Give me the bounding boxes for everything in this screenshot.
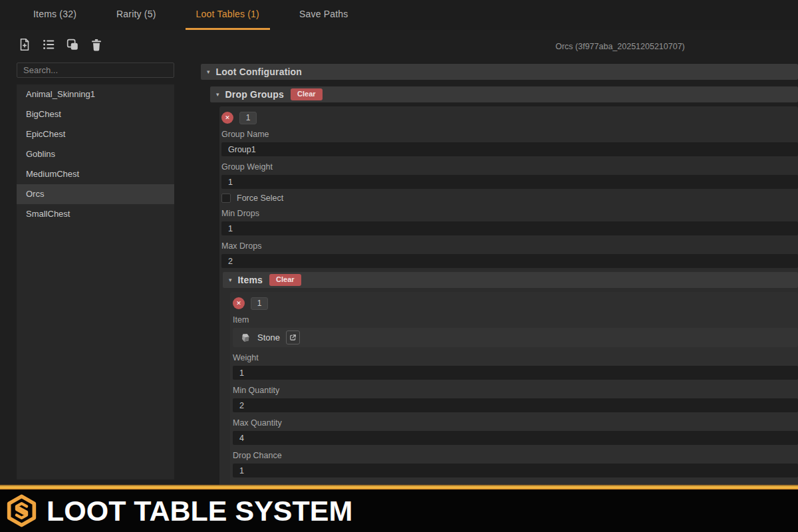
duplicate-icon (65, 37, 80, 55)
product-title: LOOT TABLE SYSTEM (47, 495, 352, 527)
tab-items[interactable]: Items (32) (23, 0, 87, 30)
group-index-badge[interactable]: 1 (239, 112, 257, 124)
new-file-icon (17, 37, 32, 55)
force-select-checkbox[interactable] (221, 194, 231, 203)
foldout-loot-configuration[interactable]: ▾ Loot Configuration (201, 64, 798, 80)
new-file-button[interactable] (17, 38, 33, 54)
list-view-button[interactable] (41, 38, 57, 54)
loot-table-inspector: ▾ Loot Configuration ▾ Drop Groups Clear… (201, 64, 798, 485)
open-item-button[interactable] (286, 331, 300, 344)
tab-loot-tables[interactable]: Loot Tables (1) (186, 0, 270, 30)
list-item-bigchest[interactable]: BigChest (17, 104, 174, 124)
max-drops-label: Max Drops (221, 241, 798, 251)
list-item-mediumchest[interactable]: MediumChest (17, 164, 174, 184)
foldout-items[interactable]: ▾ Items Clear (223, 272, 798, 288)
chevron-down-icon: ▾ (207, 69, 210, 75)
tab-loot-tables-label: Loot Tables (1) (196, 9, 259, 19)
open-external-icon (289, 334, 297, 341)
drop-chance-input[interactable] (233, 464, 798, 477)
drop-chance-label: Drop Chance (233, 451, 798, 461)
weight-label: Weight (233, 353, 798, 363)
drop-groups-title: Drop Groups (225, 89, 285, 100)
loot-configuration-title: Loot Configuration (216, 66, 303, 77)
tab-bar: Items (32) Rarity (5) Loot Tables (1) Sa… (0, 0, 798, 30)
list-item-smallchest[interactable]: SmallChest (17, 204, 174, 224)
chevron-down-icon: ▾ (229, 277, 232, 283)
items-title: Items (238, 275, 263, 285)
group-weight-label: Group Weight (221, 162, 798, 172)
tab-save-paths-label: Save Paths (299, 9, 348, 19)
group-weight-input[interactable] (221, 175, 798, 189)
delete-button[interactable] (88, 38, 104, 54)
drop-group-entry: ✕ 1 Group Name Group Weight Force Select… (219, 106, 798, 485)
weight-input[interactable] (233, 366, 798, 380)
tab-rarity-label: Rarity (5) (116, 9, 156, 19)
item-entry: ✕ 1 Item Stone (230, 292, 798, 485)
min-drops-input[interactable] (221, 221, 798, 235)
group-name-input[interactable] (221, 142, 798, 156)
item-object-name: Stone (257, 332, 280, 342)
list-view-icon (41, 37, 56, 55)
items-clear-button[interactable]: Clear (269, 274, 301, 286)
foldout-drop-groups[interactable]: ▾ Drop Groups Clear (210, 86, 798, 102)
max-drops-input[interactable] (221, 254, 798, 268)
list-item-epicchest[interactable]: EpicChest (17, 124, 174, 144)
min-quantity-input[interactable] (233, 398, 798, 412)
list-item-goblins[interactable]: Goblins (17, 144, 174, 164)
duplicate-button[interactable] (65, 38, 80, 54)
max-quantity-input[interactable] (233, 431, 798, 445)
stone-sprite-icon (239, 332, 251, 344)
banner-accent-border (0, 485, 798, 489)
group-name-label: Group Name (221, 130, 798, 140)
list-item-orcs[interactable]: Orcs (17, 184, 174, 204)
chevron-down-icon: ▾ (216, 92, 219, 98)
list-item-animal-skinning1[interactable]: Animal_Skinning1 (17, 84, 174, 104)
min-drops-label: Min Drops (221, 209, 798, 219)
force-select-label: Force Select (237, 194, 283, 203)
tab-items-label: Items (32) (33, 9, 76, 19)
hex-stack-icon (5, 493, 38, 528)
tab-save-paths[interactable]: Save Paths (289, 0, 359, 30)
min-quantity-label: Min Quantity (233, 386, 798, 396)
loot-table-list: Animal_Skinning1 BigChest EpicChest Gobl… (17, 84, 174, 479)
tab-rarity[interactable]: Rarity (5) (106, 0, 167, 30)
item-object-field[interactable]: Stone (233, 328, 798, 347)
max-quantity-label: Max Quantity (233, 418, 798, 428)
search-input[interactable] (17, 63, 174, 78)
asset-title: Orcs (3f977aba_20251205210707) (499, 42, 741, 51)
footer-banner: LOOT TABLE SYSTEM (0, 489, 798, 532)
sidebar-toolbar (17, 38, 104, 54)
drop-groups-clear-button[interactable]: Clear (291, 88, 323, 100)
item-index-badge[interactable]: 1 (251, 297, 268, 310)
trash-icon (89, 37, 104, 55)
item-label: Item (233, 315, 798, 325)
remove-group-button[interactable]: ✕ (221, 112, 233, 124)
remove-item-button[interactable]: ✕ (233, 297, 245, 309)
